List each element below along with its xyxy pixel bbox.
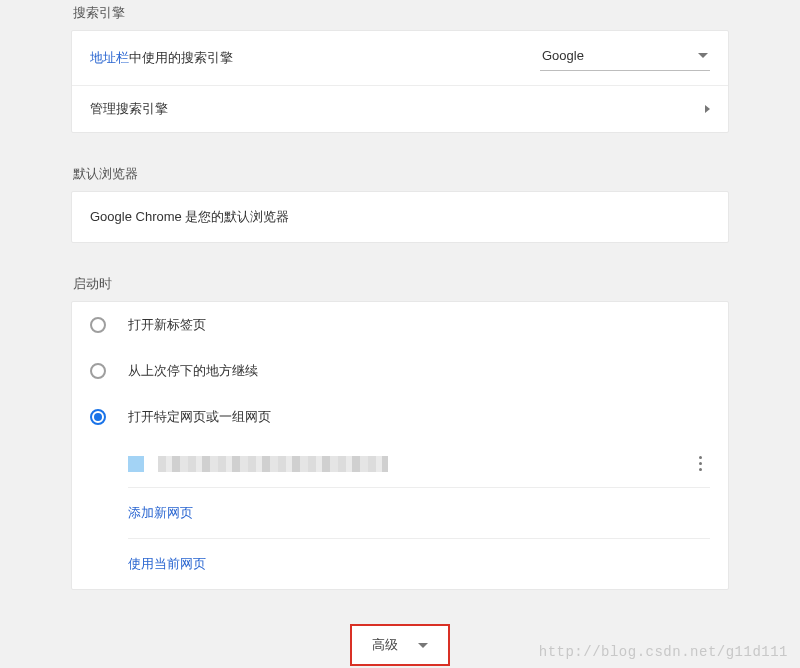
favicon-icon xyxy=(128,456,144,472)
manage-search-engines-row[interactable]: 管理搜索引擎 xyxy=(72,86,728,132)
startup-option-continue[interactable]: 从上次停下的地方继续 xyxy=(72,348,728,394)
add-new-page-link[interactable]: 添加新网页 xyxy=(128,488,710,539)
more-vert-icon[interactable] xyxy=(690,450,710,477)
startup-pages-list: 添加新网页 使用当前网页 xyxy=(72,440,728,589)
default-browser-message: Google Chrome 是您的默认浏览器 xyxy=(90,209,289,224)
caret-down-icon xyxy=(418,643,428,648)
search-engine-card: 地址栏中使用的搜索引擎 Google 管理搜索引擎 xyxy=(71,30,729,133)
redacted-url xyxy=(158,456,388,472)
radio-icon[interactable] xyxy=(90,317,106,333)
startup-option-label: 从上次停下的地方继续 xyxy=(128,362,258,380)
default-browser-card: Google Chrome 是您的默认浏览器 xyxy=(71,191,729,243)
startup-option-new-tab[interactable]: 打开新标签页 xyxy=(72,302,728,348)
startup-option-label: 打开新标签页 xyxy=(128,316,206,334)
advanced-label: 高级 xyxy=(372,636,398,654)
address-bar-search-engine-row: 地址栏中使用的搜索引擎 Google xyxy=(72,31,728,86)
startup-option-specific[interactable]: 打开特定网页或一组网页 xyxy=(72,394,728,440)
address-bar-link[interactable]: 地址栏 xyxy=(90,49,129,67)
manage-search-engines-label: 管理搜索引擎 xyxy=(90,100,168,118)
search-engine-selected: Google xyxy=(542,48,584,63)
advanced-section: 高级 xyxy=(71,624,729,666)
on-startup-card: 打开新标签页 从上次停下的地方继续 打开特定网页或一组网页 添加新网页 使用当前… xyxy=(71,301,729,590)
startup-option-label: 打开特定网页或一组网页 xyxy=(128,408,271,426)
startup-page-entry xyxy=(128,440,710,488)
section-title-default-browser: 默认浏览器 xyxy=(71,155,729,191)
caret-right-icon xyxy=(705,105,710,113)
radio-icon[interactable] xyxy=(90,363,106,379)
search-engine-dropdown[interactable]: Google xyxy=(540,45,710,71)
use-current-pages-link[interactable]: 使用当前网页 xyxy=(128,539,710,589)
radio-inner-icon xyxy=(94,413,102,421)
caret-down-icon xyxy=(698,53,708,58)
section-title-on-startup: 启动时 xyxy=(71,265,729,301)
advanced-button[interactable]: 高级 xyxy=(350,624,450,666)
section-title-search-engine: 搜索引擎 xyxy=(71,0,729,30)
address-bar-suffix: 中使用的搜索引擎 xyxy=(129,49,233,67)
radio-icon-selected[interactable] xyxy=(90,409,106,425)
